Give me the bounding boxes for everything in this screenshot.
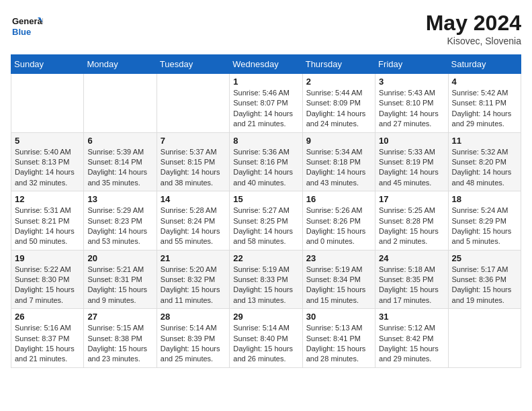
day-number: 24 — [379, 253, 444, 263]
calendar-cell: 4Sunrise: 5:42 AM Sunset: 8:11 PM Daylig… — [448, 74, 521, 133]
day-number: 3 — [379, 77, 444, 87]
calendar-cell — [448, 309, 521, 368]
day-info: Sunrise: 5:21 AM Sunset: 8:31 PM Dayligh… — [87, 265, 152, 306]
day-info: Sunrise: 5:39 AM Sunset: 8:14 PM Dayligh… — [87, 147, 152, 189]
weekday-header-sunday: Sunday — [11, 55, 84, 74]
calendar-week-row: 12Sunrise: 5:31 AM Sunset: 8:21 PM Dayli… — [11, 191, 521, 250]
calendar-cell: 20Sunrise: 5:21 AM Sunset: 8:31 PM Dayli… — [84, 250, 157, 309]
weekday-header-row: SundayMondayTuesdayWednesdayThursdayFrid… — [11, 55, 521, 74]
weekday-header-thursday: Thursday — [302, 55, 375, 74]
weekday-header-monday: Monday — [84, 55, 157, 74]
day-info: Sunrise: 5:40 AM Sunset: 8:13 PM Dayligh… — [15, 147, 80, 189]
day-info: Sunrise: 5:26 AM Sunset: 8:26 PM Dayligh… — [306, 205, 371, 247]
day-number: 31 — [379, 312, 444, 322]
calendar-cell: 27Sunrise: 5:15 AM Sunset: 8:38 PM Dayli… — [84, 309, 157, 368]
calendar-week-row: 19Sunrise: 5:22 AM Sunset: 8:30 PM Dayli… — [11, 250, 521, 309]
day-number: 29 — [233, 312, 298, 322]
page-header: General Blue May 2024 Kisovec, Slovenia — [11, 11, 521, 46]
day-number: 1 — [233, 77, 298, 87]
day-info: Sunrise: 5:14 AM Sunset: 8:40 PM Dayligh… — [233, 323, 298, 365]
day-info: Sunrise: 5:19 AM Sunset: 8:34 PM Dayligh… — [306, 265, 371, 306]
day-info: Sunrise: 5:12 AM Sunset: 8:42 PM Dayligh… — [379, 323, 444, 365]
svg-text:Blue: Blue — [12, 27, 31, 37]
calendar-cell: 28Sunrise: 5:14 AM Sunset: 8:39 PM Dayli… — [157, 309, 229, 368]
day-number: 21 — [161, 253, 226, 263]
day-number: 23 — [306, 253, 371, 263]
day-info: Sunrise: 5:33 AM Sunset: 8:19 PM Dayligh… — [379, 147, 444, 189]
calendar-cell: 5Sunrise: 5:40 AM Sunset: 8:13 PM Daylig… — [11, 132, 84, 191]
month-year-title: May 2024 — [426, 11, 521, 36]
calendar-cell: 7Sunrise: 5:37 AM Sunset: 8:15 PM Daylig… — [157, 132, 229, 191]
calendar-cell: 31Sunrise: 5:12 AM Sunset: 8:42 PM Dayli… — [375, 309, 448, 368]
day-info: Sunrise: 5:44 AM Sunset: 8:09 PM Dayligh… — [306, 88, 371, 130]
calendar-cell: 10Sunrise: 5:33 AM Sunset: 8:19 PM Dayli… — [375, 132, 448, 191]
day-number: 12 — [15, 194, 80, 204]
logo: General Blue — [11, 11, 43, 43]
day-number: 26 — [15, 312, 80, 322]
day-number: 27 — [87, 312, 152, 322]
calendar-cell: 22Sunrise: 5:19 AM Sunset: 8:33 PM Dayli… — [230, 250, 302, 309]
calendar-week-row: 1Sunrise: 5:46 AM Sunset: 8:07 PM Daylig… — [11, 74, 521, 133]
day-number: 13 — [87, 194, 152, 204]
day-info: Sunrise: 5:18 AM Sunset: 8:35 PM Dayligh… — [379, 265, 444, 306]
day-number: 15 — [233, 194, 298, 204]
calendar-cell: 11Sunrise: 5:32 AM Sunset: 8:20 PM Dayli… — [448, 132, 521, 191]
day-number: 30 — [306, 312, 371, 322]
calendar-cell: 1Sunrise: 5:46 AM Sunset: 8:07 PM Daylig… — [230, 74, 302, 133]
day-info: Sunrise: 5:31 AM Sunset: 8:21 PM Dayligh… — [15, 205, 80, 247]
calendar-cell: 2Sunrise: 5:44 AM Sunset: 8:09 PM Daylig… — [302, 74, 375, 133]
day-info: Sunrise: 5:17 AM Sunset: 8:36 PM Dayligh… — [452, 265, 517, 306]
day-info: Sunrise: 5:24 AM Sunset: 8:29 PM Dayligh… — [452, 205, 517, 247]
calendar-cell: 8Sunrise: 5:36 AM Sunset: 8:16 PM Daylig… — [230, 132, 302, 191]
day-info: Sunrise: 5:29 AM Sunset: 8:23 PM Dayligh… — [87, 205, 152, 247]
calendar-cell: 6Sunrise: 5:39 AM Sunset: 8:14 PM Daylig… — [84, 132, 157, 191]
day-info: Sunrise: 5:16 AM Sunset: 8:37 PM Dayligh… — [15, 323, 80, 365]
day-info: Sunrise: 5:19 AM Sunset: 8:33 PM Dayligh… — [233, 265, 298, 306]
day-number: 7 — [161, 136, 226, 146]
day-info: Sunrise: 5:36 AM Sunset: 8:16 PM Dayligh… — [233, 147, 298, 189]
day-number: 18 — [452, 194, 517, 204]
day-info: Sunrise: 5:22 AM Sunset: 8:30 PM Dayligh… — [15, 265, 80, 306]
calendar-cell: 24Sunrise: 5:18 AM Sunset: 8:35 PM Dayli… — [375, 250, 448, 309]
calendar-cell: 17Sunrise: 5:25 AM Sunset: 8:28 PM Dayli… — [375, 191, 448, 250]
calendar-week-row: 26Sunrise: 5:16 AM Sunset: 8:37 PM Dayli… — [11, 309, 521, 368]
day-info: Sunrise: 5:46 AM Sunset: 8:07 PM Dayligh… — [233, 88, 298, 130]
day-info: Sunrise: 5:42 AM Sunset: 8:11 PM Dayligh… — [452, 88, 517, 130]
weekday-header-tuesday: Tuesday — [157, 55, 229, 74]
calendar-cell: 12Sunrise: 5:31 AM Sunset: 8:21 PM Dayli… — [11, 191, 84, 250]
day-number: 25 — [452, 253, 517, 263]
day-number: 2 — [306, 77, 371, 87]
day-number: 17 — [379, 194, 444, 204]
day-number: 4 — [452, 77, 517, 87]
weekday-header-friday: Friday — [375, 55, 448, 74]
calendar-cell: 23Sunrise: 5:19 AM Sunset: 8:34 PM Dayli… — [302, 250, 375, 309]
calendar-cell: 19Sunrise: 5:22 AM Sunset: 8:30 PM Dayli… — [11, 250, 84, 309]
day-info: Sunrise: 5:15 AM Sunset: 8:38 PM Dayligh… — [87, 323, 152, 365]
day-number: 14 — [161, 194, 226, 204]
day-info: Sunrise: 5:32 AM Sunset: 8:20 PM Dayligh… — [452, 147, 517, 189]
day-number: 6 — [87, 136, 152, 146]
weekday-header-wednesday: Wednesday — [230, 55, 302, 74]
day-info: Sunrise: 5:13 AM Sunset: 8:41 PM Dayligh… — [306, 323, 371, 365]
calendar-cell: 21Sunrise: 5:20 AM Sunset: 8:32 PM Dayli… — [157, 250, 229, 309]
day-info: Sunrise: 5:37 AM Sunset: 8:15 PM Dayligh… — [161, 147, 226, 189]
calendar-cell: 25Sunrise: 5:17 AM Sunset: 8:36 PM Dayli… — [448, 250, 521, 309]
day-number: 5 — [15, 136, 80, 146]
calendar-cell: 13Sunrise: 5:29 AM Sunset: 8:23 PM Dayli… — [84, 191, 157, 250]
day-number: 11 — [452, 136, 517, 146]
calendar-cell — [11, 74, 84, 133]
day-number: 16 — [306, 194, 371, 204]
day-number: 28 — [161, 312, 226, 322]
calendar-cell: 29Sunrise: 5:14 AM Sunset: 8:40 PM Dayli… — [230, 309, 302, 368]
calendar-cell — [84, 74, 157, 133]
title-block: May 2024 Kisovec, Slovenia — [426, 11, 521, 46]
day-number: 8 — [233, 136, 298, 146]
day-info: Sunrise: 5:28 AM Sunset: 8:24 PM Dayligh… — [161, 205, 226, 247]
day-number: 20 — [87, 253, 152, 263]
day-number: 19 — [15, 253, 80, 263]
day-number: 10 — [379, 136, 444, 146]
calendar-cell: 14Sunrise: 5:28 AM Sunset: 8:24 PM Dayli… — [157, 191, 229, 250]
weekday-header-saturday: Saturday — [448, 55, 521, 74]
calendar-cell: 9Sunrise: 5:34 AM Sunset: 8:18 PM Daylig… — [302, 132, 375, 191]
calendar-cell: 15Sunrise: 5:27 AM Sunset: 8:25 PM Dayli… — [230, 191, 302, 250]
